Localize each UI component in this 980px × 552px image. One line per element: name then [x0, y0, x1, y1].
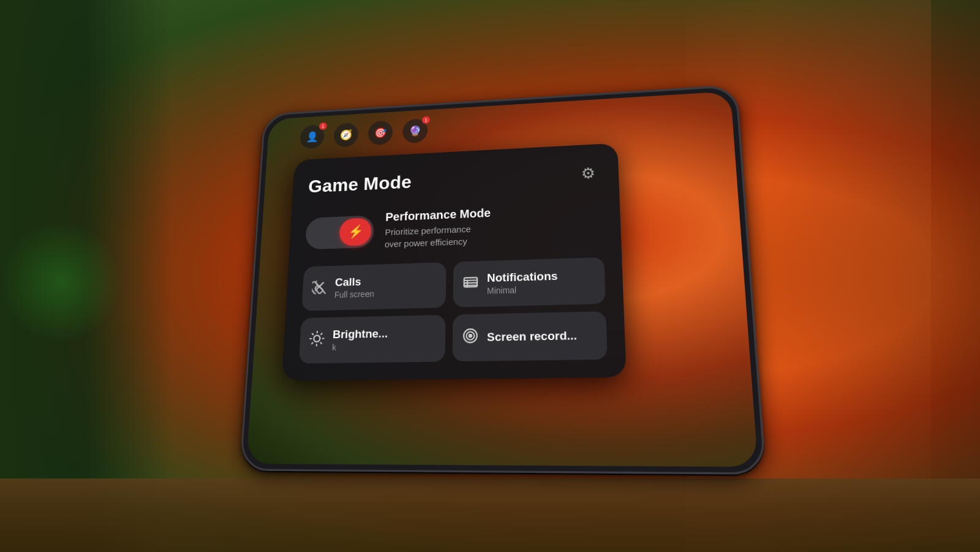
notifications-icon: [462, 274, 478, 293]
panel-title: Game Mode: [308, 171, 412, 196]
map-badge: 1: [422, 116, 430, 124]
performance-toggle[interactable]: ⚡: [305, 214, 374, 249]
screen-record-label: Screen record...: [487, 328, 577, 344]
bg-overlay-left: [0, 0, 172, 552]
settings-button[interactable]: ⚙: [574, 160, 601, 186]
screen-record-button[interactable]: Screen record...: [453, 311, 608, 361]
notifications-button[interactable]: Notifications Minimal: [453, 257, 605, 307]
svg-point-18: [469, 334, 472, 336]
calls-icon: [312, 278, 328, 297]
performance-mode-row: ⚡ Performance Mode Prioritize performanc…: [304, 199, 603, 255]
brightness-sub: k: [332, 341, 388, 352]
game-icon-compass: 🧭: [333, 122, 358, 147]
brightness-label: Brightne...: [333, 327, 388, 341]
brightness-text: Brightne... k: [332, 327, 388, 352]
character-badge: 1: [319, 122, 327, 130]
table-surface: [0, 478, 980, 552]
lightning-icon: ⚡: [347, 224, 363, 239]
game-icon-map: 🔮 1: [402, 118, 428, 143]
phone-frame: 👤 1 🧭 🎯 🔮 1 Game Mode ⚙ ⚡: [239, 85, 766, 475]
calls-sub: Full screen: [334, 289, 374, 299]
game-icon-character: 👤 1: [300, 124, 325, 149]
svg-line-11: [320, 342, 322, 344]
brightness-icon: [309, 330, 325, 350]
screen-record-text: Screen record...: [487, 328, 577, 344]
bg-overlay-right: [766, 0, 980, 552]
grid-row-2: Brightne... k Screen record...: [299, 311, 608, 363]
notifications-text: Notifications Minimal: [487, 269, 558, 295]
svg-line-14: [312, 342, 313, 344]
calls-label: Calls: [335, 274, 375, 289]
calls-button[interactable]: Calls Full screen: [302, 262, 447, 311]
svg-line-10: [312, 333, 314, 335]
svg-point-7: [314, 335, 320, 342]
panel-header: Game Mode ⚙: [307, 160, 601, 198]
grid-row-1: Calls Full screen: [302, 257, 606, 311]
svg-line-5: [464, 285, 477, 285]
calls-text: Calls Full screen: [334, 274, 375, 299]
phone-screen: 👤 1 🧭 🎯 🔮 1 Game Mode ⚙ ⚡: [246, 91, 758, 466]
notifications-sub: Minimal: [487, 284, 558, 295]
game-icon-target: 🎯: [368, 120, 393, 145]
game-mode-panel: Game Mode ⚙ ⚡ Performance Mode Prioritiz…: [282, 143, 627, 380]
toggle-thumb: ⚡: [339, 217, 372, 246]
svg-line-3: [464, 280, 477, 281]
svg-line-4: [464, 282, 477, 283]
notifications-label: Notifications: [487, 269, 558, 284]
svg-line-15: [321, 333, 322, 335]
brightness-button[interactable]: Brightne... k: [299, 314, 446, 363]
performance-text: Performance Mode Prioritize performance …: [385, 202, 604, 250]
screen-record-icon: [462, 327, 478, 347]
